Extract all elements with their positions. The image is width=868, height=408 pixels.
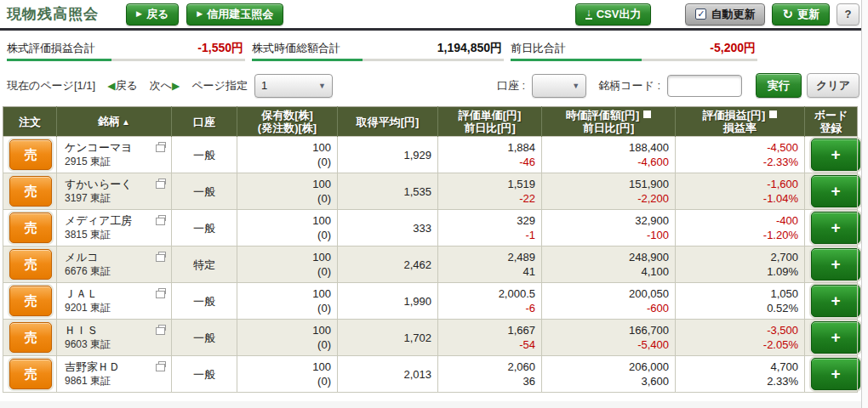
holding-quantity: 100 — [243, 323, 331, 337]
valuation-price-change: -54 — [444, 337, 535, 352]
valuation-price: 329 — [444, 213, 535, 228]
open-window-icon[interactable] — [158, 142, 166, 148]
play-icon: ▶ — [197, 10, 203, 18]
symbol-code-input[interactable] — [667, 75, 742, 97]
open-window-icon[interactable] — [158, 215, 166, 221]
profit-loss-rate: -1.20% — [682, 228, 798, 242]
holding-quantity: 100 — [243, 213, 331, 228]
total-market-value: 株式時価総額合計 1,194,850円 — [252, 41, 504, 61]
profit-loss-rate: -2.05% — [682, 337, 798, 352]
total-day-change: 前日比合計 -5,200円 — [511, 41, 757, 61]
market-value-change: -600 — [548, 301, 669, 315]
next-page-link[interactable]: 次へ▶ — [150, 78, 180, 94]
board-add-button[interactable]: + — [811, 212, 860, 244]
open-window-icon[interactable] — [158, 288, 166, 294]
column-header-board: ボード登録 — [805, 107, 858, 137]
stock-name: すかいらーく — [65, 177, 165, 191]
open-window-icon[interactable] — [158, 325, 166, 331]
pending-order-quantity: (0) — [243, 155, 331, 169]
board-add-button[interactable]: + — [811, 248, 860, 280]
valuation-price-change: 41 — [444, 264, 535, 279]
execute-button[interactable]: 実行 — [756, 73, 802, 98]
market-value: 188,400 — [548, 140, 669, 155]
column-header-market: 時価評価額[円]前日比[円] — [542, 107, 676, 137]
open-window-icon[interactable] — [158, 252, 166, 258]
column-header-name[interactable]: 銘柄▲ — [57, 107, 172, 137]
valuation-price-change: -1 — [444, 228, 535, 242]
sell-button[interactable]: 売 — [9, 322, 52, 353]
open-window-icon[interactable] — [158, 178, 166, 184]
profit-loss-rate: 1.09% — [682, 264, 798, 279]
auto-update-toggle[interactable]: ✓ 自動更新 — [685, 3, 765, 26]
board-add-button[interactable]: + — [811, 175, 860, 207]
total-market-value-label: 株式時価総額合計 — [252, 41, 340, 56]
checkbox-checked-icon: ✓ — [695, 8, 706, 20]
profit-loss: -1,600 — [682, 177, 798, 191]
stock-code: 2915 東証 — [65, 155, 165, 169]
clear-button[interactable]: クリア — [807, 73, 859, 98]
average-cost: 333 — [338, 210, 438, 246]
window-bottom-edge — [0, 401, 861, 408]
profit-loss-rate: 2.33% — [682, 374, 798, 388]
profit-loss: 2,700 — [682, 250, 798, 264]
valuation-price: 2,489 — [444, 250, 535, 264]
profit-loss: -4,500 — [682, 140, 798, 155]
pending-order-quantity: (0) — [243, 264, 331, 279]
column-toggle-checkbox[interactable] — [643, 110, 651, 118]
account-type: 一般 — [172, 210, 237, 246]
column-toggle-checkbox[interactable] — [769, 110, 777, 118]
valuation-price-change: 36 — [444, 374, 535, 388]
board-add-button[interactable]: + — [811, 139, 860, 171]
account-select[interactable]: ▼ — [532, 74, 586, 98]
refresh-icon: ↻ — [782, 8, 793, 20]
market-value: 32,900 — [548, 213, 669, 228]
help-button[interactable]: ? — [837, 3, 859, 26]
pagination-filter-row: 現在のページ[1/1] ◀戻る 次へ▶ ページ指定 1 ▼ 口座 : ▼ 銘柄コ… — [0, 61, 868, 98]
pending-order-quantity: (0) — [243, 374, 331, 388]
sell-button[interactable]: 売 — [9, 212, 52, 243]
table-row: 売 ＪＡＬ 9201 東証 一般 100 (0) 1,990 2,000.5 -… — [3, 283, 858, 320]
column-header-qty: 保有数[株](発注数)[株] — [237, 107, 338, 137]
profit-loss-rate: -1.04% — [682, 191, 798, 206]
profit-loss: -3,500 — [682, 323, 798, 337]
stock-name: メディア工房 — [65, 213, 165, 228]
column-header-order: 注文 — [3, 107, 57, 137]
market-value-change: 4,100 — [548, 264, 669, 279]
stock-code: 3815 東証 — [65, 228, 165, 242]
total-day-change-label: 前日比合計 — [511, 41, 566, 56]
margin-positions-button[interactable]: ▶ 信用建玉照会 — [186, 3, 283, 26]
market-value-change: 3,600 — [548, 374, 669, 388]
sell-button[interactable]: 売 — [9, 176, 52, 207]
table-row: 売 ＨＩＳ 9603 東証 一般 100 (0) 1,702 1,667 -54… — [3, 320, 858, 356]
page-select-label: ページ指定 — [191, 78, 248, 94]
sort-asc-icon: ▲ — [122, 117, 130, 127]
refresh-button[interactable]: ↻ 更新 — [772, 3, 830, 26]
top-right-buttons: ↓ CSV出力 ✓ 自動更新 ↻ 更新 ? — [575, 3, 859, 26]
table-row: 売 メディア工房 3815 東証 一般 100 (0) 333 329 -1 3… — [3, 210, 858, 246]
execute-label: 実行 — [768, 78, 790, 94]
board-add-button[interactable]: + — [811, 321, 860, 354]
sell-button[interactable]: 売 — [9, 286, 52, 316]
back-button[interactable]: ▶ 戻る — [126, 3, 179, 26]
column-header-unit: 評価単価[円]前日比[円] — [438, 107, 542, 137]
account-filter-label: 口座 : — [497, 78, 525, 94]
column-header-account: 口座 — [172, 107, 237, 137]
table-row: 売 メルコ 6676 東証 特定 100 (0) 2,462 2,489 41 … — [3, 246, 858, 283]
current-page-label: 現在のページ[1/1] — [7, 78, 95, 94]
market-value-change: -100 — [548, 228, 669, 242]
sell-button[interactable]: 売 — [9, 139, 52, 170]
csv-export-button[interactable]: ↓ CSV出力 — [575, 3, 652, 26]
stock-code: 3197 東証 — [65, 191, 165, 206]
sell-button[interactable]: 売 — [9, 359, 52, 389]
total-market-value-value: 1,194,850円 — [437, 41, 502, 56]
market-value-change: -2,200 — [548, 191, 669, 206]
sell-button[interactable]: 売 — [9, 249, 52, 280]
holding-quantity: 100 — [243, 177, 331, 191]
board-add-button[interactable]: + — [811, 358, 860, 390]
prev-page-link[interactable]: ◀戻る — [107, 78, 138, 94]
valuation-price: 2,060 — [444, 360, 535, 374]
stock-code: 9603 東証 — [65, 337, 165, 352]
page-select[interactable]: 1 ▼ — [254, 74, 333, 98]
board-add-button[interactable]: + — [811, 285, 860, 317]
open-window-icon[interactable] — [158, 361, 166, 367]
